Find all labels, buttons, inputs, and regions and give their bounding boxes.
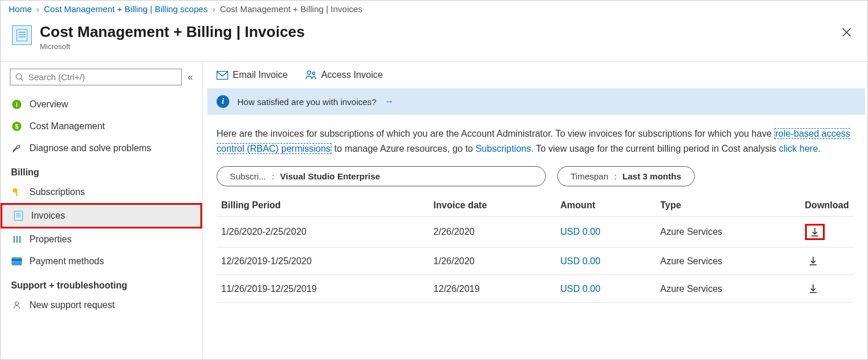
breadcrumb-home[interactable]: Home [9,4,32,14]
breadcrumb-current: Cost Management + Billing | Invoices [220,4,363,14]
overview-icon: i [11,99,23,110]
intro-segment: Here are the invoices for subscriptions … [217,129,774,138]
download-button[interactable] [805,254,821,267]
sidebar-item-costmgmt[interactable]: $ Cost Management [1,115,202,137]
svg-point-6 [16,74,21,79]
subscriptions-link[interactable]: Subscriptions. [475,144,534,153]
filter-label: Subscri... [230,171,266,181]
intro-segment: To view usage for the current billing pe… [534,144,779,153]
sidebar-item-label: Overview [29,99,68,110]
cell-amount[interactable]: USD 0.00 [556,247,655,275]
sidebar-item-invoices[interactable]: Invoices [1,203,202,228]
cell-type: Azure Services [655,247,800,275]
svg-rect-0 [17,29,27,41]
filter-value: Last 3 months [623,171,681,181]
svg-point-23 [15,302,18,305]
sidebar-item-payment[interactable]: Payment methods [1,250,202,272]
support-icon [11,299,23,311]
cell-amount[interactable]: USD 0.00 [556,275,655,303]
cell-type: Azure Services [655,217,800,247]
invoice-icon [13,210,24,222]
card-icon [11,256,23,267]
properties-icon [11,234,23,245]
svg-point-25 [307,71,311,74]
sidebar-item-label: Invoices [31,211,65,221]
invoices-table: Billing Period Invoice date Amount Type … [217,194,854,303]
table-row: 12/26/2019-1/25/20201/26/2020USD 0.00Azu… [217,247,854,275]
collapse-sidebar-button[interactable]: « [188,72,193,82]
cell-date: 2/26/2020 [429,217,556,247]
svg-rect-14 [14,211,23,220]
breadcrumb: Home › Cost Management + Billing | Billi… [1,1,867,17]
cell-date: 1/26/2020 [429,247,556,275]
cell-amount[interactable]: USD 0.00 [556,217,655,247]
feedback-banner[interactable]: i How satisfied are you with invoices? → [207,88,865,115]
search-placeholder: Search (Ctrl+/) [28,72,85,82]
sidebar-item-newrequest[interactable]: New support request [1,294,202,316]
chevron-right-icon: › [213,4,215,14]
info-icon: i [217,95,229,108]
download-button[interactable] [805,224,825,240]
invoice-icon [12,25,32,45]
mail-icon [217,71,228,80]
subscription-filter[interactable]: Subscri... : Visual Studio Enterprise [217,166,546,186]
svg-rect-21 [12,257,22,265]
sidebar-item-overview[interactable]: i Overview [1,93,202,115]
access-invoice-button[interactable]: Access Invoice [305,70,383,80]
svg-rect-22 [12,259,22,261]
table-row: 11/26/2019-12/25/201912/26/2019USD 0.00A… [217,275,854,303]
sidebar-item-label: Cost Management [29,121,105,132]
svg-point-26 [312,72,315,74]
svg-rect-20 [19,236,21,243]
sidebar-item-label: Payment methods [29,256,104,267]
svg-text:$: $ [15,123,18,130]
col-period[interactable]: Billing Period [217,194,429,217]
col-type[interactable]: Type [655,194,800,217]
click-here-link[interactable]: click here [779,144,818,153]
cell-period: 1/26/2020-2/25/2020 [217,217,429,247]
toolbar-label: Email Invoice [233,70,288,80]
intro-segment: . [818,144,820,153]
download-button[interactable] [805,282,821,295]
email-invoice-button[interactable]: Email Invoice [217,70,288,80]
col-amount[interactable]: Amount [556,194,655,217]
filter-value: Visual Studio Enterprise [280,171,380,181]
cost-mgmt-icon: $ [11,121,23,132]
intro-segment: to manage Azure resources, go to [331,144,475,153]
sidebar-item-label: Properties [29,234,72,245]
col-date[interactable]: Invoice date [429,194,556,217]
svg-line-7 [21,78,23,81]
filter-label: Timespan [571,171,608,181]
toolbar: Email Invoice Access Invoice [203,62,867,88]
intro-text: Here are the invoices for subscriptions … [203,126,867,166]
sidebar-item-diagnose[interactable]: Diagnose and solve problems [1,137,202,159]
table-row: 1/26/2020-2/25/20202/26/2020USD 0.00Azur… [217,217,854,247]
page-title: Cost Management + Billing | Invoices [40,23,305,41]
content-area: Email Invoice Access Invoice i How satis… [203,62,867,360]
search-input[interactable]: Search (Ctrl+/) [10,69,182,85]
sidebar-item-label: New support request [29,300,115,310]
svg-text:i: i [16,101,17,108]
people-icon [305,70,316,80]
sidebar: Search (Ctrl+/) « i Overview $ Cost Mana… [1,62,203,360]
breadcrumb-scopes[interactable]: Cost Management + Billing | Billing scop… [44,4,208,14]
banner-text: How satisfied are you with invoices? [237,97,377,107]
svg-rect-18 [13,236,15,243]
sidebar-item-label: Diagnose and solve problems [29,143,151,153]
sidebar-item-subscriptions[interactable]: Subscriptions [1,181,202,203]
cell-type: Azure Services [655,275,800,303]
page-header: Cost Management + Billing | Invoices Mic… [1,17,867,62]
arrow-right-icon: → [385,96,394,107]
key-icon [11,186,23,198]
sidebar-item-label: Subscriptions [29,187,85,197]
svg-rect-13 [16,192,17,196]
filter-row: Subscri... : Visual Studio Enterprise Ti… [203,166,867,194]
toolbar-label: Access Invoice [321,70,383,80]
close-button[interactable] [837,23,856,43]
col-download[interactable]: Download [800,194,854,217]
search-icon [15,73,24,81]
timespan-filter[interactable]: Timespan : Last 3 months [557,166,695,186]
cell-period: 12/26/2019-1/25/2020 [217,247,429,275]
sidebar-item-properties[interactable]: Properties [1,228,202,250]
wrench-icon [11,142,23,154]
